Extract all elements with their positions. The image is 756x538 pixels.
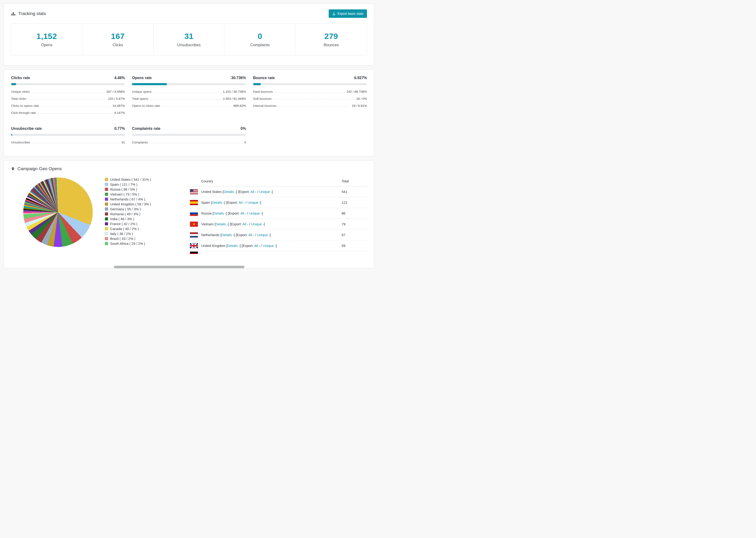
flag-ru-icon: [190, 211, 198, 216]
rate-row-value: 14.497%: [112, 104, 125, 108]
legend-label: Netherlands ( 67 / 4% ): [110, 197, 145, 201]
geo-opens-title: Campaign Geo Opens: [17, 166, 62, 171]
stat-label: Bounces: [324, 43, 339, 47]
stat-value: 167: [111, 32, 125, 41]
rates-card: Clicks rate4.46%Unique clicks167 / 4.456…: [4, 70, 374, 156]
stat-box-unsubscribes: 31Unsubscribes: [153, 24, 225, 55]
stat-value: 0: [258, 32, 262, 41]
legend-label: Romania ( 49 / 3% ): [110, 212, 140, 216]
export-unique-link[interactable]: Unique ›: [247, 201, 260, 204]
export-unique-link[interactable]: Unique ›: [263, 244, 276, 248]
rate-panel-bounce-rate: Bounce rate6.927%Hard bounces242 / 86.73…: [253, 76, 367, 116]
legend-item: United States ( 541 / 31% ): [105, 177, 188, 182]
geo-pie-chart: [23, 178, 93, 247]
rate-row-value: 1,152 / 30.736%: [223, 90, 246, 93]
table-row-text: ]: [262, 211, 263, 215]
details-link[interactable]: Details ›: [213, 211, 226, 215]
legend-label: India ( 46 / 3% ): [110, 217, 134, 221]
rate-panel-opens-rate: Opens rate30.736%Unique opens1,152 / 30.…: [132, 76, 246, 116]
export-icon: [332, 12, 336, 16]
rate-row-label: Total opens: [132, 97, 148, 100]
table-row-text: /: [260, 244, 263, 248]
table-row-text: ]: [272, 190, 273, 194]
export-all-link[interactable]: All ›: [248, 233, 254, 237]
details-link[interactable]: Details ›: [227, 244, 240, 248]
legend-swatch: [105, 178, 108, 181]
rate-panel-complaints-rate: Complaints rate0%Complaints0: [132, 127, 246, 146]
table-row-text: ] [Export:: [226, 211, 241, 215]
geo-table-body: United States [Details ›] [Export: All ›…: [188, 187, 367, 254]
table-row: Netherlands [Details ›] [Export: All › /…: [188, 230, 367, 241]
rate-row: Clicks to opens rate14.497%: [11, 102, 125, 109]
dotted-leader: [41, 106, 111, 107]
table-row-text: /: [248, 222, 251, 226]
legend-swatch: [105, 207, 108, 211]
country-total: 121: [342, 201, 367, 204]
rate-panel-clicks-rate: Clicks rate4.46%Unique clicks167 / 4.456…: [11, 76, 125, 116]
stat-box-clicks: 167Clicks: [82, 24, 153, 55]
export-unique-link[interactable]: Unique ›: [249, 211, 262, 215]
rate-row: Unique clicks167 / 4.456%: [11, 88, 125, 95]
stat-label: Clicks: [113, 43, 123, 47]
rate-row-label: Unsubscribes: [11, 140, 30, 144]
country-name: Russia: [201, 211, 212, 215]
flag-es-icon: [190, 200, 198, 205]
details-link[interactable]: Details ›: [224, 190, 236, 194]
legend-label: Russia ( 86 / 5% ): [110, 188, 137, 191]
country-name: Netherlands: [201, 233, 220, 237]
legend-swatch: [105, 198, 108, 201]
rate-row-value: 2,303 / 61.446%: [223, 97, 246, 100]
details-link[interactable]: Details ›: [212, 201, 224, 204]
legend-swatch: [105, 227, 108, 230]
export-all-link[interactable]: All ›: [239, 201, 244, 204]
dotted-leader: [37, 113, 113, 114]
legend-item: Germany ( 55 / 3% ): [105, 207, 188, 211]
rate-row-value: 18 / 0%: [356, 97, 367, 100]
table-row: [188, 251, 367, 254]
progress-bar: [132, 83, 246, 85]
export-all-link[interactable]: All ›: [254, 244, 260, 248]
legend-item: Russia ( 86 / 5% ): [105, 187, 188, 192]
rate-row-value: 19 / 6.81%: [352, 104, 367, 108]
legend-label: Italy ( 36 / 2% ): [110, 232, 133, 236]
details-link[interactable]: Details ›: [216, 222, 228, 226]
progress-bar: [11, 83, 125, 85]
rate-row-value: 0: [244, 140, 246, 144]
details-link[interactable]: Details ›: [221, 233, 234, 237]
legend-item: Brazil ( 33 / 2% ): [105, 236, 188, 241]
country-name: United Kingdom: [201, 244, 226, 248]
horizontal-scrollbar-thumb[interactable]: [114, 266, 244, 268]
geo-opens-card: Campaign Geo Opens United States ( 541 /…: [4, 160, 374, 268]
stat-label: Unsubscribes: [177, 43, 201, 47]
tracking-stats-card: Tracking stats Export basic stats 1,152O…: [4, 4, 374, 66]
rate-row: Internal bounces19 / 6.81%: [253, 102, 367, 109]
legend-label: Canada ( 40 / 2% ): [110, 227, 139, 231]
legend-swatch: [105, 217, 108, 220]
country-name: United States: [201, 190, 223, 194]
flag-gb-icon: [190, 243, 198, 248]
export-unique-link[interactable]: Unique ›: [257, 233, 270, 237]
export-all-link[interactable]: All ›: [242, 222, 248, 226]
rate-value: 30.736%: [231, 76, 246, 80]
export-unique-link[interactable]: Unique ›: [259, 190, 272, 194]
tracking-stats-header: Tracking stats Export basic stats: [11, 9, 367, 18]
rate-row-label: Opens to clicks rate: [132, 104, 160, 108]
rate-row: Total clicks220 / 5.87%: [11, 95, 125, 102]
export-all-link[interactable]: All ›: [250, 190, 256, 194]
legend-swatch: [105, 222, 108, 225]
export-basic-stats-button[interactable]: Export basic stats: [329, 9, 367, 18]
export-unique-link[interactable]: Unique ›: [251, 222, 264, 226]
rate-row: Total opens2,303 / 61.446%: [132, 95, 246, 102]
rate-row-value: 220 / 5.87%: [108, 97, 125, 100]
legend-swatch: [105, 237, 108, 240]
rate-title: Clicks rate: [11, 76, 30, 80]
export-all-link[interactable]: All ›: [241, 211, 246, 215]
progress-bar: [11, 134, 125, 136]
progress-bar: [132, 134, 246, 136]
progress-fill: [11, 134, 12, 136]
legend-item: United Kingdom ( 59 / 3% ): [105, 202, 188, 207]
country-column-header: Country: [188, 179, 342, 183]
table-row: Vietnam [Details ›] [Export: All › / Uni…: [188, 219, 367, 230]
rate-row-value: 167 / 4.456%: [106, 90, 125, 93]
legend-item: France ( 42 / 2% ): [105, 221, 188, 226]
